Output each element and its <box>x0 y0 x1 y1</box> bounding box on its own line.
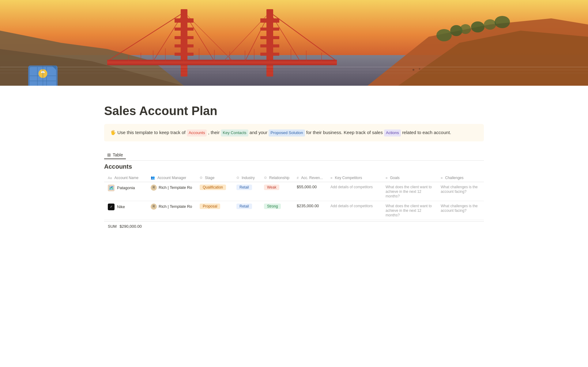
tag-solution[interactable]: Proposed Solution <box>269 129 305 137</box>
svg-point-50 <box>495 16 510 28</box>
info-text-1: Use this template to keep track of <box>117 130 187 135</box>
th-industry-label: Industry <box>242 176 255 180</box>
td-goals[interactable]: What does the client want to achieve in … <box>382 201 437 220</box>
td-relationship[interactable]: Weak <box>260 182 293 201</box>
th-manager-icon: 👥 <box>151 176 155 180</box>
th-competitors-label: Key Competitors <box>335 176 362 180</box>
td-account-name[interactable]: 🗺️ Patagonia <box>104 182 147 201</box>
th-competitors[interactable]: ≡ Key Competitors <box>327 174 382 182</box>
td-revenue[interactable]: $55,000.00 <box>293 182 327 201</box>
td-challenges[interactable]: What challenges is the account facing? <box>437 182 484 201</box>
challenges-text: What challenges is the account facing? <box>441 185 478 194</box>
info-text-3: and your <box>250 130 269 135</box>
sum-row: SUM $290,000.00 <box>104 221 484 231</box>
account-name-text: Nike <box>117 204 125 209</box>
th-revenue[interactable]: # Acc. Reven... <box>293 174 327 182</box>
relationship-badge: Weak <box>264 185 279 190</box>
svg-point-48 <box>471 21 484 32</box>
th-relationship-label: Relationship <box>269 176 289 180</box>
table-row[interactable]: 🗺️ Patagonia R Rich | Template Ro Qualif… <box>104 182 484 201</box>
td-competitors[interactable]: Add details of competitors <box>327 201 382 220</box>
svg-point-47 <box>460 24 471 34</box>
info-emoji: 🖐️ <box>110 130 116 135</box>
th-account-name-icon: Aa <box>108 176 112 180</box>
td-account-name[interactable]: ✓ Nike <box>104 201 147 220</box>
page-icon <box>24 58 61 86</box>
page-title: Sales Account Plan <box>104 104 484 118</box>
svg-rect-42 <box>0 67 588 67</box>
page-content: Sales Account Plan 🖐️ Use this template … <box>80 104 508 243</box>
th-relationship[interactable]: ⊙ Relationship <box>260 174 293 182</box>
th-account-manager[interactable]: 👥 Account Manager <box>147 174 196 182</box>
th-account-name-label: Account Name <box>114 176 138 180</box>
manager-avatar: R <box>151 204 157 210</box>
manager-avatar: R <box>151 185 157 191</box>
svg-rect-43 <box>0 70 588 70</box>
td-stage[interactable]: Proposal <box>196 201 233 220</box>
revenue-value: $235,000.00 <box>297 204 319 208</box>
th-competitors-icon: ≡ <box>330 176 332 180</box>
svg-point-51 <box>413 69 414 71</box>
table-container: Aa Account Name 👥 Account Manager ⊙ <box>104 174 484 220</box>
tab-table-label: Table <box>113 152 123 157</box>
relationship-badge: Strong <box>264 204 281 209</box>
th-manager-label: Account Manager <box>157 176 186 180</box>
th-industry[interactable]: ⊙ Industry <box>233 174 260 182</box>
td-manager[interactable]: R Rich | Template Ro <box>147 182 196 201</box>
td-challenges[interactable]: What challenges is the account facing? <box>437 201 484 220</box>
svg-rect-19 <box>107 61 337 64</box>
svg-line-22 <box>184 12 184 61</box>
th-stage-label: Stage <box>205 176 214 180</box>
th-account-name[interactable]: Aa Account Name <box>104 174 147 182</box>
svg-line-27 <box>270 12 270 61</box>
revenue-value: $55,000.00 <box>297 185 317 189</box>
td-industry[interactable]: Retail <box>233 182 260 201</box>
info-text-2: , their <box>208 130 221 135</box>
table-header-row: Aa Account Name 👥 Account Manager ⊙ <box>104 174 484 182</box>
td-relationship[interactable]: Strong <box>260 201 293 220</box>
th-industry-icon: ⊙ <box>236 176 239 180</box>
view-tabs: ⊞ Table <box>104 151 484 161</box>
th-goals-label: Goals <box>390 176 399 180</box>
competitors-text: Add details of competitors <box>330 204 373 208</box>
td-stage[interactable]: Qualification <box>196 182 233 201</box>
th-goals[interactable]: ≡ Goals <box>382 174 437 182</box>
stage-badge: Qualification <box>200 185 226 190</box>
sum-label: SUM <box>108 224 117 229</box>
svg-point-49 <box>484 19 496 30</box>
manager-name: Rich | Template Ro <box>159 185 192 190</box>
th-challenges-label: Challenges <box>445 176 463 180</box>
svg-point-45 <box>436 29 452 41</box>
th-revenue-label: Acc. Reven... <box>301 176 323 180</box>
td-competitors[interactable]: Add details of competitors <box>327 182 382 201</box>
td-manager[interactable]: R Rich | Template Ro <box>147 201 196 220</box>
th-relationship-icon: ⊙ <box>264 176 267 180</box>
table-row[interactable]: ✓ Nike R Rich | Template Ro Proposal Ret… <box>104 201 484 220</box>
td-revenue[interactable]: $235,000.00 <box>293 201 327 220</box>
td-goals[interactable]: What does the client want to achieve in … <box>382 182 437 201</box>
tag-actions[interactable]: Actions <box>384 129 401 137</box>
svg-rect-44 <box>0 73 588 73</box>
th-stage[interactable]: ⊙ Stage <box>196 174 233 182</box>
goals-text: What does the client want to achieve in … <box>386 204 432 217</box>
stage-badge: Proposal <box>200 204 220 209</box>
tag-accounts[interactable]: Accounts <box>187 129 207 137</box>
info-box: 🖐️ Use this template to keep track of Ac… <box>104 124 484 141</box>
table-icon: ⊞ <box>107 152 111 157</box>
td-industry[interactable]: Retail <box>233 201 260 220</box>
account-name-text: Patagonia <box>117 185 135 190</box>
tab-table[interactable]: ⊞ Table <box>104 151 126 159</box>
patagonia-icon: 🗺️ <box>108 185 115 191</box>
industry-badge: Retail <box>236 185 252 190</box>
th-challenges[interactable]: ≡ Challenges <box>437 174 484 182</box>
th-goals-icon: ≡ <box>386 176 387 180</box>
th-stage-icon: ⊙ <box>200 176 202 180</box>
info-text-5: related to each account. <box>402 130 451 135</box>
nike-icon: ✓ <box>108 204 115 210</box>
challenges-text: What challenges is the account facing? <box>441 204 478 213</box>
accounts-table: Aa Account Name 👥 Account Manager ⊙ <box>104 174 484 220</box>
goals-text: What does the client want to achieve in … <box>386 185 432 198</box>
tag-contacts[interactable]: Key Contacts <box>221 129 248 137</box>
section-title: Accounts <box>104 163 484 170</box>
th-revenue-icon: # <box>297 176 299 180</box>
